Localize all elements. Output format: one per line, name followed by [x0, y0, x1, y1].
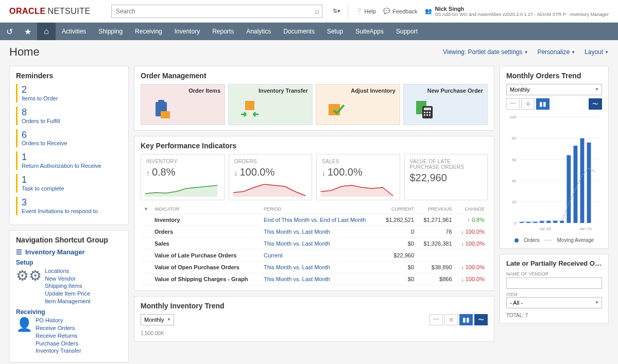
shortcut-category: Setup	[16, 259, 122, 266]
late-partial-title: Late or Partially Received Order…	[506, 259, 602, 267]
monthly-inventory-title: Monthly Inventory Trend	[141, 302, 488, 310]
svg-text:40: 40	[512, 179, 517, 183]
nav-analytics[interactable]: Analytics	[240, 23, 277, 40]
kpi-row: InventoryEnd of This Month vs. End of La…	[141, 214, 488, 226]
view-area-icon[interactable]: 〰	[430, 314, 443, 325]
history-icon[interactable]: ↺	[0, 23, 19, 40]
viewing-link[interactable]: Viewing: Portlet date settings ▼	[443, 48, 528, 56]
reminders-portlet: Reminders 2Items to Order8Orders to Fulf…	[9, 66, 129, 225]
kpi-row: OrdersThis Month vs. Last Month076↓ 100.…	[141, 226, 488, 238]
shortcut-link[interactable]: Item Management	[45, 298, 91, 305]
late-partial-total: TOTAL: 7	[506, 313, 602, 318]
kpi-card[interactable]: SALES↓ 100.0%	[316, 154, 400, 200]
kpi-card[interactable]: ORDERS↓ 100.0%	[229, 154, 313, 200]
svg-marker-16	[321, 185, 393, 197]
vendor-input[interactable]	[506, 278, 602, 289]
app-logo: ORACLE NETSUITE	[9, 7, 91, 16]
item-select[interactable]: - All -	[506, 297, 602, 308]
star-icon[interactable]: ★	[19, 23, 37, 40]
svg-rect-10	[429, 112, 431, 113]
user-block[interactable]: 👥 Nick Singh SS Add-On WO and Assemblies…	[425, 6, 609, 17]
personalize-link[interactable]: Personalize ▼	[537, 48, 575, 56]
view-bar-icon[interactable]: ▮▮	[459, 314, 473, 325]
view-bar-icon[interactable]: ▮▮	[536, 98, 550, 110]
shortcut-link[interactable]: Receive Orders	[36, 324, 81, 332]
svg-rect-36	[566, 155, 571, 223]
vendor-label: NAME OF VENDOR	[506, 271, 602, 276]
kpi-card[interactable]: INVENTORY↑ 0.8%	[141, 154, 225, 200]
help-label: Help	[365, 8, 376, 14]
svg-rect-9	[426, 112, 428, 113]
search-icon[interactable]: ⌕	[315, 7, 319, 15]
kpi-row: SalesThis Month vs. Last Month$0$1,326,3…	[141, 238, 488, 250]
view-list-icon[interactable]: ≡	[444, 314, 458, 325]
reminder-item[interactable]: 2Items to Order	[16, 84, 122, 102]
person-icon: 👤	[16, 317, 32, 355]
svg-rect-1	[158, 100, 164, 103]
layout-link[interactable]: Layout ▼	[585, 48, 609, 56]
chevron-down-icon: ▼	[524, 50, 528, 55]
view-list-icon[interactable]: ≡	[521, 98, 535, 110]
reminder-item[interactable]: 8Orders to Fulfill	[16, 107, 122, 125]
shortcut-link[interactable]: Receive Returns	[36, 332, 81, 340]
shortcut-portlet: Navigation Shortcut Group ☰ Inventory Ma…	[9, 230, 129, 362]
om-tile-order-items[interactable]: Order Items	[141, 84, 225, 125]
collapse-icon[interactable]: ▼	[144, 206, 148, 212]
svg-text:Jan '21: Jan '21	[579, 227, 592, 231]
monthly-inventory-select[interactable]: Monthly	[141, 314, 174, 325]
shortcut-heading[interactable]: ☰ Inventory Manager	[16, 248, 122, 256]
shortcut-link[interactable]: Update Item Price	[45, 290, 91, 298]
reminder-item[interactable]: 1Return Authorization to Receive	[16, 151, 122, 170]
view-area-icon[interactable]: 〰	[506, 98, 520, 110]
nav-inventory[interactable]: Inventory	[168, 23, 206, 40]
search-input[interactable]	[111, 5, 322, 18]
svg-rect-8	[424, 112, 425, 113]
nav-documents[interactable]: Documents	[277, 23, 321, 40]
svg-text:0: 0	[514, 221, 517, 226]
role-switch-icon[interactable]: ⇅▾	[333, 8, 340, 14]
shortcut-category: Receiving	[16, 308, 122, 316]
nav-activities[interactable]: Activities	[56, 23, 92, 40]
order-management-title: Order Management	[141, 72, 488, 80]
legend-orders-dot	[514, 238, 519, 242]
monthly-inventory-yaxis: 1,500.00K	[141, 331, 488, 336]
kpi-title: Key Performance Indicators	[141, 142, 488, 150]
view-line-icon[interactable]: 〜	[589, 98, 602, 110]
shortcut-link[interactable]: Inventory Transfer	[36, 347, 81, 355]
help-link[interactable]: ❔ Help	[355, 8, 376, 14]
menu-icon: ☰	[16, 248, 22, 256]
om-tile-adjust-inventory[interactable]: Adjust Inventory	[316, 84, 400, 125]
shortcut-link[interactable]: PO History	[36, 317, 81, 324]
svg-marker-14	[145, 185, 217, 197]
svg-rect-2	[161, 111, 170, 118]
reminder-item[interactable]: 3Event Invitations to respond to	[16, 197, 122, 215]
nav-shipping[interactable]: Shipping	[92, 23, 129, 40]
nav-setup[interactable]: Setup	[321, 23, 349, 40]
reminder-item[interactable]: 1Task to complete	[16, 174, 122, 193]
om-tile-new-purchase-order[interactable]: New Purchase Order	[403, 84, 488, 125]
col-current: CURRENT	[380, 204, 417, 214]
shortcut-link[interactable]: New Vendor	[45, 275, 91, 283]
gear-icon: ⚙︎⚙︎	[16, 267, 42, 305]
nav-suiteapps[interactable]: SuiteApps	[349, 23, 390, 40]
om-tile-inventory-transfer[interactable]: Inventory Transfer	[228, 84, 313, 125]
shortcut-link[interactable]: Purchase Orders	[36, 340, 81, 348]
late-partial-portlet: Late or Partially Received Order… NAME O…	[500, 254, 609, 324]
nav-support[interactable]: Support	[390, 23, 424, 40]
monthly-orders-select[interactable]: Monthly	[506, 84, 602, 95]
nav-reports[interactable]: Reports	[206, 23, 240, 40]
nav-receiving[interactable]: Receiving	[129, 23, 168, 40]
svg-rect-7	[424, 108, 431, 110]
feedback-link[interactable]: 💬 Feedback	[383, 8, 417, 14]
legend-ma-dash	[545, 240, 552, 240]
kpi-card[interactable]: VALUE OF LATE PURCHASE ORDERS$22,960	[404, 154, 488, 200]
shortcut-link[interactable]: Locations	[45, 267, 91, 275]
shortcut-link[interactable]: Shipping Items	[45, 282, 91, 290]
view-line-icon[interactable]: 〜	[474, 314, 488, 325]
order-management-portlet: Order Management Order ItemsInventory Tr…	[134, 66, 494, 131]
reminder-item[interactable]: 6Orders to Receive	[16, 129, 122, 148]
home-icon[interactable]: ⌂	[37, 23, 56, 40]
col-period: PERIOD	[261, 204, 380, 214]
col-previous: PREVIOUS	[417, 204, 455, 214]
monthly-orders-title: Monthly Orders Trend	[506, 72, 602, 80]
